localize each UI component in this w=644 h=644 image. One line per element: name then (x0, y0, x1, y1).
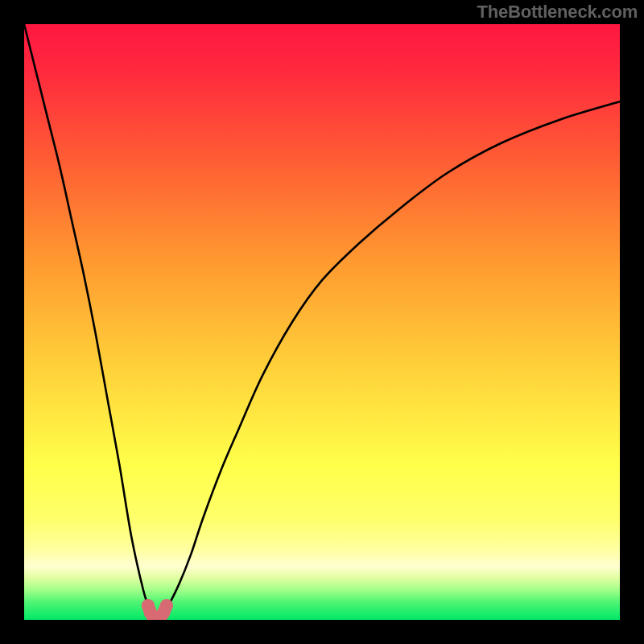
plot-svg (24, 24, 620, 620)
min-region-dot (160, 599, 173, 612)
gradient-background (24, 24, 620, 620)
watermark-text: TheBottleneck.com (477, 2, 638, 23)
chart-frame: TheBottleneck.com (0, 0, 644, 644)
plot-area (24, 24, 620, 620)
